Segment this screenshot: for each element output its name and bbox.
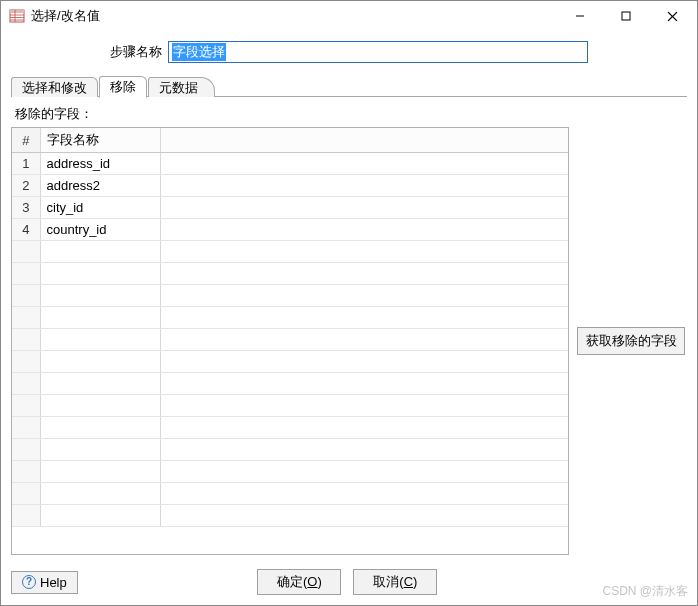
tab-metadata[interactable]: 元数据 (148, 77, 215, 97)
table-row-empty[interactable]: . (12, 329, 568, 351)
help-button[interactable]: ? Help (11, 571, 78, 594)
dialog-window: 选择/改名值 步骤名称 字段选择 选择和修改 移除 元数据 移除的字段： (0, 0, 698, 606)
help-label: Help (40, 575, 67, 590)
minimize-button[interactable] (557, 2, 603, 30)
svg-rect-7 (622, 12, 630, 20)
table-row-empty[interactable]: . (12, 285, 568, 307)
table-row-empty[interactable]: . (12, 263, 568, 285)
fields-grid-container: # 字段名称 1 address_id (11, 127, 569, 555)
svg-rect-1 (10, 10, 24, 13)
table-row[interactable]: 4 country_id (12, 219, 568, 241)
table-row-empty[interactable]: . (12, 307, 568, 329)
row-field-name[interactable]: address_id (40, 153, 160, 175)
table-row-empty[interactable]: . (12, 483, 568, 505)
cancel-button[interactable]: 取消(C) (353, 569, 437, 595)
table-row-empty[interactable]: . (12, 439, 568, 461)
table-row-empty[interactable]: . (12, 373, 568, 395)
col-header-index[interactable]: # (12, 128, 40, 153)
table-row-empty[interactable]: . (12, 461, 568, 483)
step-name-value: 字段选择 (172, 43, 226, 61)
right-actions: 获取移除的字段 (575, 127, 687, 555)
title-bar: 选择/改名值 (1, 1, 697, 31)
grid-header-row: # 字段名称 (12, 128, 568, 153)
table-row-empty[interactable]: . (12, 395, 568, 417)
remove-fields-heading: 移除的字段： (15, 105, 687, 123)
tab-remove[interactable]: 移除 (99, 76, 147, 98)
maximize-button[interactable] (603, 2, 649, 30)
table-row-empty[interactable]: . (12, 417, 568, 439)
help-icon: ? (22, 575, 36, 589)
step-name-label: 步骤名称 (110, 43, 162, 61)
app-icon (9, 8, 25, 24)
row-field-name[interactable]: city_id (40, 197, 160, 219)
step-name-input[interactable]: 字段选择 (168, 41, 588, 63)
table-row[interactable]: 3 city_id (12, 197, 568, 219)
tab-content: 移除的字段： # 字段名称 1 (11, 103, 687, 555)
close-button[interactable] (649, 2, 695, 30)
dialog-button-bar: ? Help 确定(O) 取消(C) (1, 561, 697, 605)
step-name-row: 步骤名称 字段选择 (1, 31, 697, 75)
fields-grid[interactable]: # 字段名称 1 address_id (12, 128, 568, 554)
window-controls (557, 2, 695, 30)
tab-select-modify[interactable]: 选择和修改 (11, 77, 98, 97)
center-buttons: 确定(O) 取消(C) (88, 569, 607, 595)
row-index: 4 (12, 219, 40, 241)
row-field-name[interactable]: country_id (40, 219, 160, 241)
ok-button[interactable]: 确定(O) (257, 569, 341, 595)
table-row-empty[interactable]: . (12, 351, 568, 373)
grid-and-actions: # 字段名称 1 address_id (11, 127, 687, 555)
table-row[interactable]: 1 address_id (12, 153, 568, 175)
window-title: 选择/改名值 (31, 7, 557, 25)
col-header-filler (160, 128, 568, 153)
row-field-name[interactable]: address2 (40, 175, 160, 197)
row-index: 1 (12, 153, 40, 175)
tab-bar: 选择和修改 移除 元数据 (1, 75, 697, 97)
col-header-field-name[interactable]: 字段名称 (40, 128, 160, 153)
table-row[interactable]: 2 address2 (12, 175, 568, 197)
table-row-empty[interactable]: . (12, 505, 568, 527)
table-row-empty[interactable]: . (12, 241, 568, 263)
row-index: 3 (12, 197, 40, 219)
row-index: 2 (12, 175, 40, 197)
fetch-remove-fields-button[interactable]: 获取移除的字段 (577, 327, 685, 355)
